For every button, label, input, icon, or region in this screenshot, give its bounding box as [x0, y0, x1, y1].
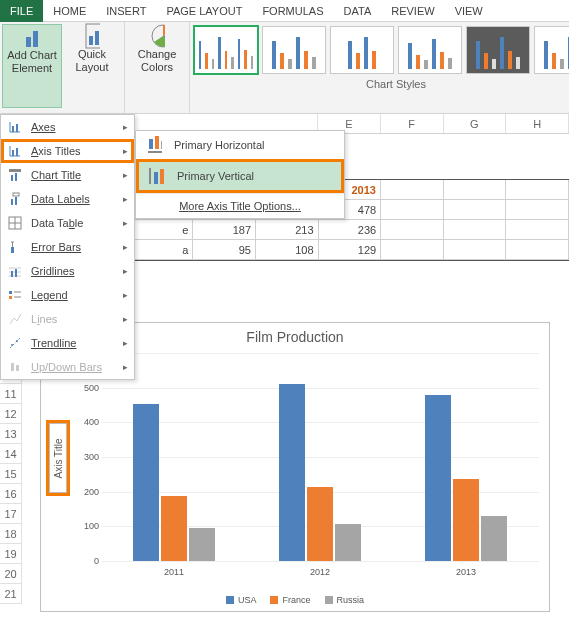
menu-lines: Lines▸	[1, 307, 134, 331]
svg-rect-23	[9, 291, 12, 294]
quick-layout-button[interactable]: Quick Layout	[62, 24, 122, 108]
cell-r2c3[interactable]: 236	[319, 220, 382, 240]
flyout-primary-horizontal[interactable]: Primary Horizontal	[136, 131, 344, 159]
flyout-more-options[interactable]: More Axis Title Options...	[136, 193, 344, 218]
tab-view[interactable]: VIEW	[445, 0, 493, 22]
row-17[interactable]: 17	[0, 504, 22, 524]
change-colors-label: Change Colors	[138, 48, 177, 74]
tab-page-layout[interactable]: PAGE LAYOUT	[156, 0, 252, 22]
change-colors-button[interactable]: Change Colors	[127, 24, 187, 108]
row-19[interactable]: 19	[0, 544, 22, 564]
cell-r2c1[interactable]: 187	[193, 220, 256, 240]
chart-style-5[interactable]	[466, 26, 530, 74]
svg-rect-11	[12, 150, 14, 156]
legend-USA[interactable]: USA	[226, 595, 257, 605]
legend-Russia[interactable]: Russia	[325, 595, 365, 605]
bar-France-2013[interactable]	[453, 479, 479, 561]
cell-r2c2[interactable]: 213	[256, 220, 319, 240]
error-bars-icon	[7, 239, 23, 255]
row-12[interactable]: 12	[0, 404, 22, 424]
svg-rect-33	[149, 168, 151, 184]
menu-data-table[interactable]: Data Table▸	[1, 211, 134, 235]
cell-r3c1[interactable]: 95	[193, 240, 256, 260]
add-chart-element-menu: Axes▸ Axis Titles▸ Chart Title▸ Data Lab…	[0, 114, 135, 380]
bar-USA-2011[interactable]	[133, 404, 159, 561]
legend-icon	[7, 287, 23, 303]
cell-r3c3[interactable]: 129	[319, 240, 382, 260]
menu-trendline[interactable]: Trendline▸	[1, 331, 134, 355]
svg-rect-22	[15, 269, 17, 277]
bar-USA-2012[interactable]	[279, 384, 305, 561]
axis-titles-flyout: Primary Horizontal Primary Vertical More…	[135, 130, 345, 219]
chart-legend[interactable]: USAFranceRussia	[41, 595, 549, 605]
tab-formulas[interactable]: FORMULAS	[252, 0, 333, 22]
row-18[interactable]: 18	[0, 524, 22, 544]
cell-r3c2[interactable]: 108	[256, 240, 319, 260]
chart-style-6[interactable]	[534, 26, 569, 74]
plot-area[interactable]: 0100200300400500600 201120122013	[101, 353, 539, 561]
bar-France-2011[interactable]	[161, 496, 187, 561]
svg-rect-5	[89, 36, 93, 45]
bar-Russia-2012[interactable]	[335, 524, 361, 561]
row-21[interactable]: 21	[0, 584, 22, 604]
tab-review[interactable]: REVIEW	[381, 0, 444, 22]
bar-Russia-2013[interactable]	[481, 516, 507, 561]
primary-vertical-icon	[149, 168, 165, 184]
tab-insert[interactable]: INSERT	[96, 0, 156, 22]
svg-rect-34	[154, 172, 158, 184]
svg-rect-6	[95, 31, 99, 45]
axis-titles-icon	[7, 143, 23, 159]
svg-rect-15	[15, 173, 17, 181]
chart-style-1[interactable]	[194, 26, 258, 74]
menu-axis-titles[interactable]: Axis Titles▸	[1, 139, 134, 163]
chart-style-2[interactable]	[262, 26, 326, 74]
row-11[interactable]: 11	[0, 384, 22, 404]
bar-France-2012[interactable]	[307, 487, 333, 561]
svg-rect-0	[26, 37, 31, 47]
tab-file[interactable]: FILE	[0, 0, 43, 22]
svg-rect-27	[11, 363, 14, 371]
data-table-icon	[7, 215, 23, 231]
row-13[interactable]: 13	[0, 424, 22, 444]
svg-rect-31	[161, 141, 162, 149]
add-chart-element-button[interactable]: Add Chart Element	[2, 24, 62, 108]
trendline-icon	[7, 335, 23, 351]
row-14[interactable]: 14	[0, 444, 22, 464]
chart-title-icon	[7, 167, 23, 183]
chart-style-3[interactable]	[330, 26, 394, 74]
chart-styles-label: Chart Styles	[194, 78, 569, 90]
row-15[interactable]: 15	[0, 464, 22, 484]
tab-home[interactable]: HOME	[43, 0, 96, 22]
vertical-axis-title[interactable]: Axis Title	[49, 423, 67, 493]
menu-error-bars[interactable]: Error Bars▸	[1, 235, 134, 259]
svg-rect-29	[149, 139, 153, 149]
svg-rect-13	[9, 169, 21, 172]
col-f[interactable]: F	[381, 114, 444, 133]
tab-data[interactable]: DATA	[334, 0, 382, 22]
up-down-bars-icon	[7, 359, 23, 375]
col-h[interactable]: H	[506, 114, 569, 133]
menu-data-labels[interactable]: Data Labels▸	[1, 187, 134, 211]
legend-France[interactable]: France	[270, 595, 310, 605]
menu-axes[interactable]: Axes▸	[1, 115, 134, 139]
data-labels-icon	[7, 191, 23, 207]
menu-chart-title[interactable]: Chart Title▸	[1, 163, 134, 187]
chart-style-4[interactable]	[398, 26, 462, 74]
svg-rect-32	[148, 151, 162, 153]
svg-rect-28	[16, 365, 19, 371]
menu-legend[interactable]: Legend▸	[1, 283, 134, 307]
menu-gridlines[interactable]: Gridlines▸	[1, 259, 134, 283]
flyout-primary-vertical[interactable]: Primary Vertical	[138, 161, 342, 191]
lines-icon	[7, 311, 23, 327]
svg-rect-30	[155, 136, 159, 149]
col-g[interactable]: G	[444, 114, 507, 133]
row-20[interactable]: 20	[0, 564, 22, 584]
svg-rect-9	[12, 126, 14, 132]
bar-Russia-2011[interactable]	[189, 528, 215, 561]
row-16[interactable]: 16	[0, 484, 22, 504]
chart-plus-icon	[24, 29, 40, 45]
gridlines-icon	[7, 263, 23, 279]
svg-rect-14	[11, 175, 13, 181]
svg-point-26	[16, 340, 18, 342]
bar-USA-2013[interactable]	[425, 395, 451, 561]
